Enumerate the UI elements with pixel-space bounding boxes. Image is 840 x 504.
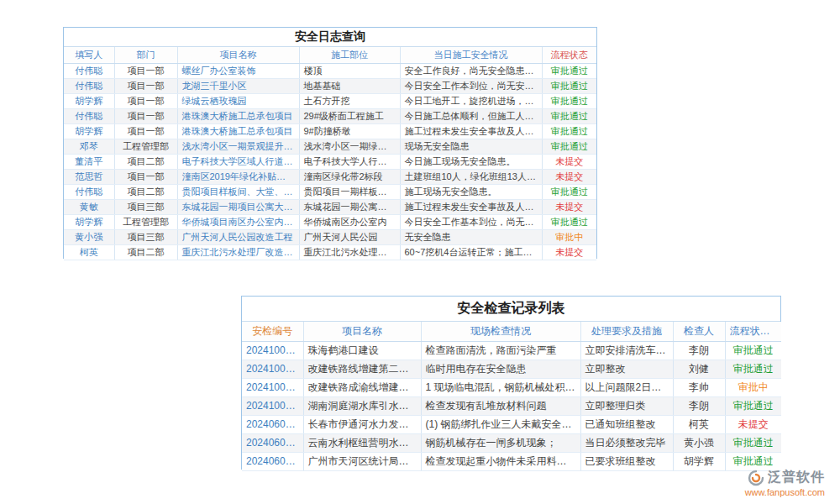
site-inspection-cell: 1 现场临电混乱，钢筋机械处积水未清理； [421,378,580,396]
construction-part-cell: 9#防撞桥墩 [299,123,400,139]
safety-check-record-title: 安全检查记录列表 [242,297,780,322]
brand-watermark: 泛普软件 www.fanpusoft.com [745,469,825,497]
project-name-link[interactable]: 贵阳项目样板间、大堂、电梯厅装修工程 [177,184,299,199]
table-row[interactable]: 2024100001湖南洞庭湖水库引水工程施...检查发现有乱堆放材料问题立即整… [242,396,781,415]
check-number-link[interactable]: 2024060003 [242,433,303,452]
workflow-status-badge: 未提交 [542,244,596,260]
department-cell: 项目三部 [114,199,177,214]
project-name-link[interactable]: 重庆江北污水处理厂改造工程-道路修复 [177,244,299,260]
site-inspection-cell: (1) 钢筋绑扎作业三人未戴安全帽，已通知... [421,415,580,433]
filler-name-link[interactable]: 胡学辉 [64,93,114,108]
department-cell: 项目一部 [114,169,177,184]
filler-name-link[interactable]: 付伟聪 [64,108,114,123]
table-row[interactable]: 付伟聪项目一部螺丝厂办公室装饰楼顶安全工作良好，尚无安全隐患存在审批通过 [64,63,596,78]
safety-check-table: 安检编号 项目名称 现场检查情况 处理要求及措施 检查人 流程状态▼ 20241… [242,322,781,471]
construction-part-cell: 地基基础 [299,78,400,93]
workflow-status-badge: 审批中 [725,378,781,396]
construction-part-cell: 电子科技大学人行道及非... [299,154,400,169]
table-row[interactable]: 范思哲项目一部潼南区2019年绿化补贴项目-施工2标段潼南区绿化带2标段土建班组… [64,169,596,184]
project-name-link[interactable]: 华侨城项目南区办公室内装修工程 [177,214,299,229]
project-name-link[interactable]: 龙湖三千里小区 [177,78,299,93]
department-cell: 项目二部 [114,184,177,199]
filler-name-link[interactable]: 邓琴 [64,139,114,154]
safety-check-record-panel: 安全检查记录列表 安检编号 项目名称 现场检查情况 处理要求及措施 检查人 流程… [241,296,781,470]
daily-safety-cell: 现场无安全隐患 [400,139,542,154]
safety-check-header-row: 安检编号 项目名称 现场检查情况 处理要求及措施 检查人 流程状态▼ [242,322,781,341]
check-number-link[interactable]: 2024060004 [242,415,303,433]
measures-cell: 立即整改 [580,360,673,378]
project-name-link[interactable]: 港珠澳大桥施工总承包项目 [177,108,299,123]
project-name-link[interactable]: 电子科技大学区域人行道及非机动车道工程 [177,154,299,169]
project-name-link[interactable]: 港珠澳大桥施工总承包项目 [177,123,299,139]
inspector-cell: 刘健 [673,360,725,378]
table-row[interactable]: 胡学辉项目一部绿城云栖玫瑰园土石方开挖今日工地开工，旋挖机进场，对旋挖机...审… [64,93,596,108]
project-name-cell: 湖南洞庭湖水库引水工程施... [303,396,421,415]
site-inspection-cell: 检查路面清洗，路面污染严重 [421,341,580,360]
daily-safety-cell: 无安全隐患 [400,229,542,244]
table-row[interactable]: 胡学辉工程管理部华侨城项目南区办公室内装修工程华侨城南区办公室内今日安全工作基本… [64,214,596,229]
table-row[interactable]: 邓琴工程管理部浅水湾小区一期景观提升工程施工浅水湾小区一期绿化地现场无安全隐患审… [64,139,596,154]
table-row[interactable]: 2024100004珠海鹤港口建设检查路面清洗，路面污染严重立即安排清洗车清洗李… [242,341,781,360]
site-inspection-cell: 钢筋机械存在一闸多机现象； [421,433,580,452]
project-name-cell: 云南水利枢纽营明水库一期... [303,433,421,452]
check-number-link[interactable]: 2024100004 [242,341,303,360]
table-row[interactable]: 胡学辉项目一部港珠澳大桥施工总承包项目9#防撞桥墩施工过程未发生安全事故及人员受… [64,123,596,139]
workflow-status-badge: 审批通过 [725,396,781,415]
project-name-link[interactable]: 绿城云栖玫瑰园 [177,93,299,108]
col-header-project-name: 项目名称 [177,47,299,63]
filler-name-link[interactable]: 胡学辉 [64,123,114,139]
filler-name-link[interactable]: 董清平 [64,154,114,169]
workflow-status-badge: 审批通过 [725,360,781,378]
table-row[interactable]: 2024060003云南水利枢纽营明水库一期...钢筋机械存在一闸多机现象；当日… [242,433,781,452]
safety-log-table: 填写人 部门 项目名称 施工部位 当日施工安全情况 流程状态 付伟聪项目一部螺丝… [64,47,596,260]
check-number-link[interactable]: 2024060002 [242,452,303,470]
construction-part-cell: 广州天河人民公园 [299,229,400,244]
daily-safety-cell: 施工过程未发生安全事故及人员受伤情况 [400,199,542,214]
col-header-construction-part: 施工部位 [299,47,400,63]
check-number-link[interactable]: 2024100001 [242,396,303,415]
table-row[interactable]: 黄敏项目三部东城花园一期项目公寓大堂 装饰工程东城花园一期公寓大堂施工过程未发生… [64,199,596,214]
table-row[interactable]: 付伟聪项目一部港珠澳大桥施工总承包项目29#级桥面工程施工今日施工总体顺利，但施… [64,108,596,123]
check-number-link[interactable]: 2024100003 [242,360,303,378]
project-name-link[interactable]: 浅水湾小区一期景观提升工程施工 [177,139,299,154]
project-name-link[interactable]: 潼南区2019年绿化补贴项目-施工2标段 [177,169,299,184]
col-header-workflow-status: 流程状态 [542,47,596,63]
filler-name-link[interactable]: 范思哲 [64,169,114,184]
project-name-cell: 改建铁路线增建第二线直通... [303,360,421,378]
filler-name-link[interactable]: 付伟聪 [64,63,114,78]
filler-name-link[interactable]: 黄敏 [64,199,114,214]
project-name-link[interactable]: 东城花园一期项目公寓大堂 装饰工程 [177,199,299,214]
table-row[interactable]: 付伟聪项目二部贵阳项目样板间、大堂、电梯厅装修工程贵阳项目一期样板间、大堂...… [64,184,596,199]
filter-dropdown-icon[interactable]: ▼ [773,328,780,335]
project-name-link[interactable]: 螺丝厂办公室装饰 [177,63,299,78]
filler-name-link[interactable]: 黄小强 [64,229,114,244]
workflow-status-header-label: 流程状态 [730,325,770,337]
daily-safety-cell: 今日安全工作本到位，尚无安全隐患。 [400,78,542,93]
brand-name: 泛普软件 [768,469,825,486]
col-header-check-number: 安检编号 [242,322,303,341]
table-row[interactable]: 董清平项目二部电子科技大学区域人行道及非机动车道工程电子科技大学人行道及非...… [64,154,596,169]
table-row[interactable]: 2024060002广州市天河区统计局机房改...检查发现起重小物件未采用料斗装… [242,452,781,470]
inspector-cell: 黄小强 [673,433,725,452]
table-row[interactable]: 柯英项目二部重庆江北污水处理厂改造工程-道路修复重庆江北污水处理厂内部...60… [64,244,596,260]
project-name-link[interactable]: 广州天河人民公园改造工程 [177,229,299,244]
col-header-daily-safety: 当日施工安全情况 [400,47,542,63]
filler-name-link[interactable]: 柯英 [64,244,114,260]
workflow-status-badge: 未提交 [542,154,596,169]
filler-name-link[interactable]: 胡学辉 [64,214,114,229]
check-number-link[interactable]: 2024100002 [242,378,303,396]
department-cell: 项目二部 [114,154,177,169]
daily-safety-cell: 施工过程未发生安全事故及人员受伤情况 [400,123,542,139]
filler-name-link[interactable]: 付伟聪 [64,184,114,199]
department-cell: 项目一部 [114,78,177,93]
table-row[interactable]: 2024100003改建铁路线增建第二线直通...临时用电存在安全隐患立即整改刘… [242,360,781,378]
construction-part-cell: 东城花园一期公寓大堂 [299,199,400,214]
table-row[interactable]: 付伟聪项目一部龙湖三千里小区地基基础今日安全工作本到位，尚无安全隐患。审批通过 [64,78,596,93]
daily-safety-cell: 今日施工现场无安全隐患。 [400,154,542,169]
table-row[interactable]: 2024100002改建铁路成渝线增建第二直...1 现场临电混乱，钢筋机械处积… [242,378,781,396]
measures-cell: 立即整理归类 [580,396,673,415]
filler-name-link[interactable]: 付伟聪 [64,78,114,93]
table-row[interactable]: 黄小强项目三部广州天河人民公园改造工程广州天河人民公园无安全隐患审批中 [64,229,596,244]
table-row[interactable]: 2024060004长春市伊通河水力发电厂改...(1) 钢筋绑扎作业三人未戴安… [242,415,781,433]
daily-safety-cell: 安全工作良好，尚无安全隐患存在 [400,63,542,78]
